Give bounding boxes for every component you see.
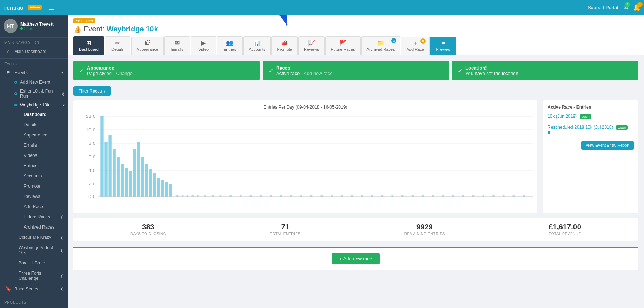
svg-rect-16 (104, 142, 107, 197)
tab-archived-races[interactable]: 2 📁 Archived Races (361, 36, 400, 55)
main-content: Event View 👍 Event: Weybridge 10k (68, 15, 644, 308)
hamburger-icon[interactable]: ☰ (48, 3, 54, 11)
sidebar-item-weybridge[interactable]: Weybridge 10k ▾ (10, 101, 68, 109)
tab-promote[interactable]: 📣 Promote (271, 36, 298, 55)
tab-preview[interactable]: 🖥 Preview (430, 37, 456, 55)
tab-reviews[interactable]: 📈 Reviews (298, 36, 325, 55)
sidebar-sub-dashboard[interactable]: Dashboard (15, 109, 68, 120)
tab-accounts[interactable]: 📊 Accounts (243, 36, 271, 55)
event-header: Event View 👍 Event: Weybridge 10k (68, 15, 644, 55)
svg-rect-23 (133, 149, 136, 197)
svg-rect-53 (351, 195, 353, 197)
tab-future-races[interactable]: 🚩 Future Races (325, 36, 361, 55)
stats-row: 383 DAYS TO CLOSING 71 TOTAL ENTRIES 992… (73, 218, 638, 241)
future-races-tab-icon: 🚩 (339, 40, 347, 46)
sidebar-sub-future-races[interactable]: Future Races ❮ (15, 212, 68, 222)
svg-rect-36 (192, 195, 194, 197)
view-event-entry-report-button[interactable]: View Event Entry Report (581, 141, 634, 150)
svg-rect-61 (432, 195, 434, 197)
tab-details[interactable]: ✏ Details (105, 36, 130, 55)
svg-text:6.0: 6.0 (88, 155, 96, 159)
svg-rect-47 (290, 195, 292, 197)
sidebar-sub-accounts[interactable]: Accounts (15, 171, 68, 181)
svg-rect-32 (169, 184, 172, 197)
race2-link[interactable]: Rescheduled 2018 10k (Jul 2018) (548, 125, 613, 130)
mail-button[interactable]: ✉ 1 (623, 4, 628, 11)
tab-dashboard[interactable]: ⊞ Dashboard (73, 36, 104, 55)
sidebar-item-box-hill[interactable]: Box Hill Brute (0, 258, 68, 268)
preview-tab-icon: 🖥 (440, 40, 446, 46)
tab-emails[interactable]: ✉ Emails (164, 36, 190, 55)
sidebar-sub-archived-races[interactable]: Archived Races (15, 222, 68, 232)
svg-rect-68 (503, 195, 505, 197)
sidebar-item-merchandise[interactable]: 🛍 Merchandise ❮ (0, 306, 68, 308)
event-title-link[interactable]: Weybridge 10k (107, 25, 158, 33)
svg-text:2.0: 2.0 (88, 182, 96, 187)
nav-left: eentrac Admin ☰ (4, 3, 54, 11)
weybridge-sub: Dashboard Details Appearence Emails Vide… (0, 109, 68, 232)
tab-video[interactable]: ▶ Video (191, 36, 216, 55)
sidebar-user: MT Matthew Trevett Online (0, 15, 68, 38)
filter-races-button[interactable]: Filter Races ▾ (73, 86, 111, 96)
svg-rect-20 (121, 164, 124, 197)
sidebar-item-events[interactable]: ⚑ Events ▾ (0, 67, 68, 78)
sidebar-sub-entries[interactable]: Entries (15, 161, 68, 171)
chart-section: Entries Per Day (09-04-2018 - 16-05-2019… (73, 100, 638, 213)
remaining-entries-value: 9929 (404, 223, 445, 231)
sidebar-sub-videos[interactable]: Videos (15, 150, 68, 161)
check-icon-appearance: ✓ (79, 67, 84, 74)
tab-bar: ⊞ Dashboard ✏ Details 🖼 Appearance ✉ Ema… (73, 36, 638, 55)
svg-text:4.0: 4.0 (88, 169, 96, 173)
sidebar-item-weybridge-virtual[interactable]: Weybridge Virtual 10k ❮ (0, 243, 68, 258)
svg-rect-65 (472, 195, 475, 197)
svg-rect-64 (462, 195, 464, 197)
race-series-icon: 🔖 (5, 286, 11, 292)
svg-rect-27 (149, 169, 152, 197)
days-to-closing-value: 383 (130, 223, 166, 231)
tab-add-race[interactable]: 0 + Add Race (401, 37, 430, 55)
dot-add (14, 81, 17, 84)
sidebar-sub-events: Add New Event Esher 10k & Fun Run ❮ Weyb… (0, 78, 68, 109)
svg-text:8.0: 8.0 (88, 142, 96, 146)
sidebar-sub-reviews[interactable]: Reviews (15, 191, 68, 202)
dot-weybridge (14, 104, 17, 106)
status-dot (20, 27, 23, 30)
sidebar: MT Matthew Trevett Online MAIN NAVIGATIO… (0, 15, 68, 308)
race1-link[interactable]: 10k (Jun 2019) (548, 114, 577, 119)
layout: MT Matthew Trevett Online MAIN NAVIGATIO… (0, 15, 644, 308)
svg-rect-44 (260, 195, 262, 197)
sidebar-item-race-series[interactable]: 🔖 Race Series ❮ (0, 283, 68, 294)
sidebar-sub-add-race[interactable]: Add Race (15, 202, 68, 212)
sidebar-item-esher[interactable]: Esher 10k & Fun Run ❮ (10, 87, 68, 101)
separator2 (0, 296, 68, 296)
accounts-tab-icon: 📊 (254, 40, 261, 46)
svg-rect-59 (412, 195, 414, 197)
tab-appearance[interactable]: 🖼 Appearance (131, 37, 164, 55)
race-entry-2: Rescheduled 2018 10k (Jul 2018) Open (548, 124, 634, 134)
sidebar-item-three-forts[interactable]: Three Forts Challenge ❮ (0, 268, 68, 283)
svg-rect-38 (204, 195, 206, 197)
stat-total-revenue: £1,617.00 TOTAL REVENUE (549, 223, 581, 236)
sidebar-sub-details[interactable]: Details (15, 120, 68, 130)
tab-entries[interactable]: 👥 Entries (217, 36, 243, 55)
sidebar-item-dashboard[interactable]: ⌂ Main Dashboard (0, 46, 68, 57)
support-portal-link[interactable]: Support Portal (588, 5, 618, 10)
separator (0, 58, 68, 59)
svg-rect-28 (153, 173, 156, 197)
svg-rect-17 (108, 135, 111, 197)
svg-rect-57 (391, 195, 393, 197)
sidebar-item-add-new-event[interactable]: Add New Event (10, 78, 68, 87)
sidebar-sub-promote[interactable]: Promote (15, 181, 68, 191)
svg-text:12.0: 12.0 (86, 114, 96, 119)
emails-tab-icon: ✉ (175, 40, 180, 46)
sidebar-sub-emails[interactable]: Emails (15, 140, 68, 150)
bell-button[interactable]: 🔔 1 (633, 4, 640, 11)
svg-rect-22 (129, 171, 132, 197)
add-new-race-button[interactable]: + Add new race (332, 253, 380, 264)
sidebar-item-colour-me-krazy[interactable]: Colour Me Krazy ❮ (0, 232, 68, 243)
races-card-text: Races Active race - Add new race (276, 65, 333, 76)
change-link[interactable]: Change (116, 71, 133, 76)
appearance-card: ✓ Appearance Page styled - Change (73, 61, 260, 80)
sidebar-sub-appearance[interactable]: Appearence (15, 130, 68, 140)
add-new-race-link[interactable]: Add new race (304, 71, 333, 76)
